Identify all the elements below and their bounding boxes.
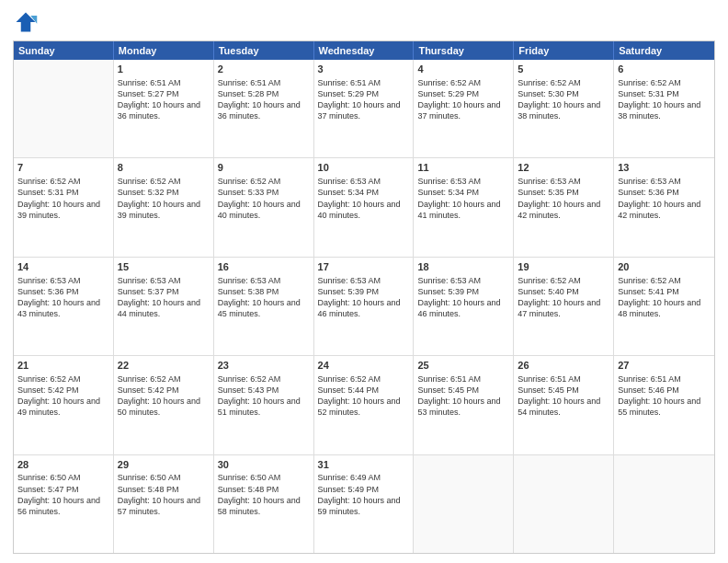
cell-info: Sunrise: 6:50 AM Sunset: 5:48 PM Dayligh… <box>218 472 310 517</box>
day-number: 1 <box>118 63 210 76</box>
calendar-cell: 25Sunrise: 6:51 AM Sunset: 5:45 PM Dayli… <box>414 356 514 454</box>
day-number: 18 <box>417 260 509 274</box>
cell-info: Sunrise: 6:52 AM Sunset: 5:43 PM Dayligh… <box>218 373 310 419</box>
day-number: 6 <box>618 63 711 76</box>
day-number: 16 <box>218 260 310 274</box>
day-number: 31 <box>318 458 410 472</box>
calendar-cell: 14Sunrise: 6:53 AM Sunset: 5:36 PM Dayli… <box>14 258 114 355</box>
weekday-header-friday: Friday <box>514 41 614 60</box>
calendar-cell: 11Sunrise: 6:53 AM Sunset: 5:34 PM Dayli… <box>414 158 514 256</box>
cell-info: Sunrise: 6:53 AM Sunset: 5:38 PM Dayligh… <box>218 275 310 320</box>
weekday-header-monday: Monday <box>114 41 214 60</box>
day-number: 26 <box>518 359 609 373</box>
cell-info: Sunrise: 6:50 AM Sunset: 5:47 PM Dayligh… <box>17 472 109 517</box>
day-number: 17 <box>318 260 410 274</box>
day-number: 22 <box>118 359 210 373</box>
cell-info: Sunrise: 6:52 AM Sunset: 5:30 PM Dayligh… <box>518 77 609 122</box>
day-number: 9 <box>218 161 310 175</box>
logo <box>13 9 42 35</box>
cell-info: Sunrise: 6:51 AM Sunset: 5:45 PM Dayligh… <box>518 373 609 419</box>
calendar-cell: 3Sunrise: 6:51 AM Sunset: 5:29 PM Daylig… <box>314 60 415 157</box>
day-number: 29 <box>118 458 210 472</box>
day-number: 3 <box>318 63 410 76</box>
cell-info: Sunrise: 6:51 AM Sunset: 5:28 PM Dayligh… <box>218 77 310 122</box>
calendar-cell: 5Sunrise: 6:52 AM Sunset: 5:30 PM Daylig… <box>514 60 614 157</box>
calendar-cell: 18Sunrise: 6:53 AM Sunset: 5:39 PM Dayli… <box>414 258 514 355</box>
calendar-cell: 12Sunrise: 6:53 AM Sunset: 5:35 PM Dayli… <box>514 158 614 256</box>
calendar-cell: 26Sunrise: 6:51 AM Sunset: 5:45 PM Dayli… <box>514 356 614 454</box>
cell-info: Sunrise: 6:52 AM Sunset: 5:29 PM Dayligh… <box>417 77 509 122</box>
day-number: 23 <box>218 359 310 373</box>
day-number: 28 <box>17 458 109 472</box>
cell-info: Sunrise: 6:52 AM Sunset: 5:33 PM Dayligh… <box>218 176 310 221</box>
weekday-header-saturday: Saturday <box>614 41 714 60</box>
cell-info: Sunrise: 6:52 AM Sunset: 5:41 PM Dayligh… <box>618 275 711 320</box>
calendar-body: 1Sunrise: 6:51 AM Sunset: 5:27 PM Daylig… <box>14 60 714 553</box>
cell-info: Sunrise: 6:53 AM Sunset: 5:36 PM Dayligh… <box>618 176 711 221</box>
calendar-cell: 30Sunrise: 6:50 AM Sunset: 5:48 PM Dayli… <box>214 455 314 553</box>
calendar-cell: 13Sunrise: 6:53 AM Sunset: 5:36 PM Dayli… <box>614 158 714 256</box>
calendar-cell: 21Sunrise: 6:52 AM Sunset: 5:42 PM Dayli… <box>14 356 114 454</box>
calendar-cell: 28Sunrise: 6:50 AM Sunset: 5:47 PM Dayli… <box>14 455 114 553</box>
day-number: 2 <box>218 63 310 76</box>
calendar-cell: 1Sunrise: 6:51 AM Sunset: 5:27 PM Daylig… <box>114 60 214 157</box>
weekday-header-wednesday: Wednesday <box>314 41 415 60</box>
weekday-header-sunday: Sunday <box>14 41 114 60</box>
day-number: 13 <box>618 161 711 175</box>
calendar-header: SundayMondayTuesdayWednesdayThursdayFrid… <box>14 41 714 60</box>
logo-icon <box>13 9 39 35</box>
calendar-cell: 4Sunrise: 6:52 AM Sunset: 5:29 PM Daylig… <box>414 60 514 157</box>
cell-info: Sunrise: 6:52 AM Sunset: 5:42 PM Dayligh… <box>118 373 210 419</box>
calendar-cell: 2Sunrise: 6:51 AM Sunset: 5:28 PM Daylig… <box>214 60 314 157</box>
calendar-row-3: 14Sunrise: 6:53 AM Sunset: 5:36 PM Dayli… <box>14 258 714 356</box>
calendar-row-1: 1Sunrise: 6:51 AM Sunset: 5:27 PM Daylig… <box>14 60 714 158</box>
cell-info: Sunrise: 6:51 AM Sunset: 5:45 PM Dayligh… <box>417 373 509 419</box>
calendar-cell: 20Sunrise: 6:52 AM Sunset: 5:41 PM Dayli… <box>614 258 714 355</box>
day-number: 5 <box>518 63 609 76</box>
cell-info: Sunrise: 6:53 AM Sunset: 5:39 PM Dayligh… <box>318 275 410 320</box>
calendar-row-5: 28Sunrise: 6:50 AM Sunset: 5:47 PM Dayli… <box>14 455 714 553</box>
day-number: 20 <box>618 260 711 274</box>
day-number: 19 <box>518 260 609 274</box>
day-number: 15 <box>118 260 210 274</box>
day-number: 27 <box>618 359 711 373</box>
cell-info: Sunrise: 6:51 AM Sunset: 5:46 PM Dayligh… <box>618 373 711 419</box>
cell-info: Sunrise: 6:52 AM Sunset: 5:31 PM Dayligh… <box>17 176 109 221</box>
calendar-cell <box>14 60 114 157</box>
cell-info: Sunrise: 6:53 AM Sunset: 5:36 PM Dayligh… <box>17 275 109 320</box>
calendar-cell: 29Sunrise: 6:50 AM Sunset: 5:48 PM Dayli… <box>114 455 214 553</box>
cell-info: Sunrise: 6:52 AM Sunset: 5:40 PM Dayligh… <box>518 275 609 320</box>
day-number: 11 <box>417 161 509 175</box>
calendar-cell: 23Sunrise: 6:52 AM Sunset: 5:43 PM Dayli… <box>214 356 314 454</box>
cell-info: Sunrise: 6:53 AM Sunset: 5:39 PM Dayligh… <box>417 275 509 320</box>
page-header <box>13 9 715 35</box>
cell-info: Sunrise: 6:53 AM Sunset: 5:34 PM Dayligh… <box>318 176 410 221</box>
calendar-row-4: 21Sunrise: 6:52 AM Sunset: 5:42 PM Dayli… <box>14 356 714 454</box>
cell-info: Sunrise: 6:52 AM Sunset: 5:31 PM Dayligh… <box>618 77 711 122</box>
cell-info: Sunrise: 6:52 AM Sunset: 5:32 PM Dayligh… <box>118 176 210 221</box>
day-number: 10 <box>318 161 410 175</box>
calendar-cell: 6Sunrise: 6:52 AM Sunset: 5:31 PM Daylig… <box>614 60 714 157</box>
calendar-cell: 24Sunrise: 6:52 AM Sunset: 5:44 PM Dayli… <box>314 356 415 454</box>
calendar-cell <box>414 455 514 553</box>
day-number: 4 <box>417 63 509 76</box>
calendar-cell: 31Sunrise: 6:49 AM Sunset: 5:49 PM Dayli… <box>314 455 415 553</box>
calendar-cell: 27Sunrise: 6:51 AM Sunset: 5:46 PM Dayli… <box>614 356 714 454</box>
calendar-cell <box>514 455 614 553</box>
svg-marker-0 <box>17 13 36 32</box>
cell-info: Sunrise: 6:52 AM Sunset: 5:42 PM Dayligh… <box>17 373 109 419</box>
cell-info: Sunrise: 6:51 AM Sunset: 5:29 PM Dayligh… <box>318 77 410 122</box>
day-number: 8 <box>118 161 210 175</box>
calendar-cell: 7Sunrise: 6:52 AM Sunset: 5:31 PM Daylig… <box>14 158 114 256</box>
calendar-cell: 19Sunrise: 6:52 AM Sunset: 5:40 PM Dayli… <box>514 258 614 355</box>
day-number: 25 <box>417 359 509 373</box>
cell-info: Sunrise: 6:53 AM Sunset: 5:37 PM Dayligh… <box>118 275 210 320</box>
weekday-header-tuesday: Tuesday <box>214 41 314 60</box>
day-number: 24 <box>318 359 410 373</box>
cell-info: Sunrise: 6:49 AM Sunset: 5:49 PM Dayligh… <box>318 472 410 517</box>
calendar-cell <box>614 455 714 553</box>
cell-info: Sunrise: 6:50 AM Sunset: 5:48 PM Dayligh… <box>118 472 210 517</box>
calendar-cell: 17Sunrise: 6:53 AM Sunset: 5:39 PM Dayli… <box>314 258 415 355</box>
calendar-cell: 15Sunrise: 6:53 AM Sunset: 5:37 PM Dayli… <box>114 258 214 355</box>
calendar-row-2: 7Sunrise: 6:52 AM Sunset: 5:31 PM Daylig… <box>14 158 714 257</box>
